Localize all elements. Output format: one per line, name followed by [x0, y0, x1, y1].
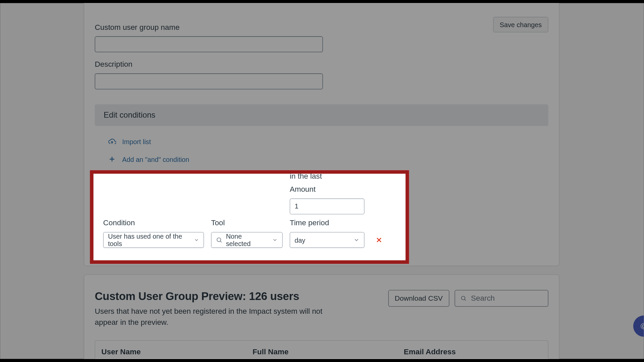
col-full-name: Full Name	[247, 341, 398, 359]
preview-panel: Custom User Group Preview: 126 users Use…	[84, 275, 559, 359]
help-icon: ©	[641, 321, 644, 331]
search-icon	[461, 295, 467, 302]
description-input[interactable]	[95, 73, 323, 89]
tool-label: Tool	[211, 219, 283, 228]
tool-value: None selected	[226, 233, 265, 248]
description-field-row: Description	[95, 60, 548, 89]
name-field-row: Custom user group name	[95, 23, 548, 52]
search-input[interactable]	[471, 294, 543, 303]
col-user-name: User Name	[95, 341, 247, 359]
search-icon	[216, 236, 222, 243]
name-input[interactable]	[95, 36, 323, 52]
condition-select[interactable]: User has used one of the tools	[103, 232, 204, 248]
chevron-down-icon	[354, 237, 360, 243]
name-label: Custom user group name	[95, 23, 548, 32]
description-label: Description	[95, 60, 548, 69]
tool-column: Tool None selected	[211, 219, 283, 248]
close-icon	[375, 236, 383, 244]
condition-column: Condition User has used one of the tools	[103, 219, 204, 248]
svg-point-0	[462, 296, 465, 300]
preview-subtitle: Users that have not yet been registered …	[95, 306, 334, 328]
search-box[interactable]	[454, 290, 548, 307]
preview-title: Custom User Group Preview: 126 users	[95, 290, 334, 303]
condition-row-highlight: Condition User has used one of the tools…	[90, 170, 409, 264]
time-period-select[interactable]: day	[290, 232, 365, 248]
in-the-last-label: in the last	[290, 172, 365, 181]
import-list-link[interactable]: Import list	[108, 137, 559, 145]
add-condition-link[interactable]: Add an "and" condition	[108, 155, 559, 163]
conditions-header: Edit conditions	[95, 104, 548, 126]
chevron-down-icon	[272, 237, 278, 243]
amount-timeperiod-column: in the last Amount Time period day	[290, 172, 365, 248]
import-list-label: Import list	[122, 138, 151, 145]
add-condition-label: Add an "and" condition	[122, 156, 189, 163]
amount-label: Amount	[290, 185, 365, 194]
condition-label: Condition	[103, 219, 204, 228]
tool-select[interactable]: None selected	[211, 232, 283, 248]
download-csv-button[interactable]: Download CSV	[388, 290, 449, 307]
time-period-value: day	[294, 236, 305, 244]
plus-icon	[108, 155, 116, 163]
col-email: Email Address	[397, 341, 548, 359]
delete-condition-button[interactable]	[375, 232, 383, 248]
svg-point-1	[217, 238, 221, 241]
condition-value: User has used one of the tools	[108, 233, 186, 248]
help-fab[interactable]: ©	[633, 315, 644, 337]
amount-input[interactable]	[290, 198, 365, 214]
time-period-label: Time period	[290, 219, 365, 228]
preview-table-header: User Name Full Name Email Address	[95, 341, 548, 359]
upload-cloud-icon	[108, 137, 116, 145]
save-button[interactable]: Save changes	[493, 17, 548, 32]
chevron-down-icon	[194, 237, 199, 243]
